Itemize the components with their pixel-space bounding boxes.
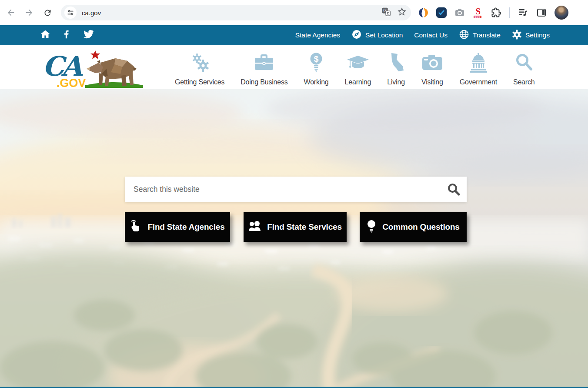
dollar-bulb-icon: $ — [308, 52, 324, 75]
briefcase-icon — [253, 52, 275, 75]
site-settings-icon[interactable] — [64, 7, 77, 19]
california-state-icon — [388, 52, 404, 75]
svg-text:$: $ — [314, 54, 319, 64]
nav-item-living[interactable]: Living — [387, 52, 405, 86]
utility-bar: State Agencies Set Location Contact Us T… — [0, 25, 588, 45]
reading-list-icon[interactable] — [517, 7, 528, 18]
similarweb-extension-icon[interactable] — [418, 7, 429, 18]
globe-icon — [459, 29, 469, 41]
task-check-extension-icon[interactable] — [436, 7, 447, 18]
main-navigation: CA .GOV — [0, 45, 588, 89]
url-text[interactable]: ca.gov — [82, 9, 101, 17]
nav-item-doing-business[interactable]: Doing Business — [241, 52, 287, 86]
hand-pointer-icon — [130, 220, 141, 235]
toolbar-divider — [509, 7, 510, 18]
reload-icon[interactable] — [40, 5, 55, 20]
gears-icon — [188, 52, 211, 75]
extensions-row: S SEO — [418, 0, 568, 25]
nav-item-learning[interactable]: Learning — [345, 52, 371, 86]
bear-emblem — [85, 50, 143, 88]
site-search-input[interactable] — [125, 185, 441, 194]
contact-us-link[interactable]: Contact Us — [414, 31, 448, 39]
capitol-icon — [468, 52, 488, 75]
hero-banner: Find State Agencies Find State Services … — [0, 89, 588, 388]
common-questions-button[interactable]: Common Questions — [360, 212, 467, 242]
bookmark-star-icon[interactable] — [397, 7, 407, 18]
camera-icon — [421, 52, 444, 75]
people-icon — [248, 221, 261, 234]
utility-links: State Agencies Set Location Contact Us T… — [295, 29, 550, 41]
nav-items: Getting Services Doing Business $ Workin… — [175, 50, 535, 86]
hero-quick-links: Find State Agencies Find State Services … — [125, 212, 467, 242]
find-state-services-button[interactable]: Find State Services — [244, 212, 347, 242]
nav-item-getting-services[interactable]: Getting Services — [175, 52, 224, 86]
page: ca.gov G — [0, 0, 588, 388]
lightbulb-icon — [367, 220, 376, 235]
settings-link[interactable]: Settings — [512, 30, 550, 41]
find-state-agencies-button[interactable]: Find State Agencies — [125, 212, 230, 242]
back-icon[interactable] — [3, 5, 18, 20]
state-agencies-link[interactable]: State Agencies — [295, 31, 340, 39]
address-bar[interactable]: ca.gov G — [61, 5, 411, 20]
nav-item-search[interactable]: Search — [513, 52, 535, 86]
facebook-icon[interactable] — [62, 30, 71, 41]
translate-link[interactable]: Translate — [459, 29, 501, 41]
translate-page-icon[interactable]: G — [381, 7, 391, 18]
search-magnifier-icon — [447, 183, 460, 196]
side-panel-icon[interactable] — [536, 7, 547, 18]
twitter-icon[interactable] — [83, 29, 94, 42]
seo-extension-icon[interactable]: S SEO — [473, 7, 483, 18]
home-icon[interactable] — [40, 29, 50, 41]
graduation-cap-icon — [346, 52, 370, 75]
browser-toolbar: ca.gov G — [0, 0, 588, 25]
logo-gov: .GOV — [57, 77, 86, 89]
search-icon — [514, 52, 534, 75]
social-links — [40, 29, 94, 42]
nav-item-working[interactable]: $ Working — [304, 52, 329, 86]
cagov-logo[interactable]: CA .GOV — [43, 49, 145, 89]
gear-icon — [512, 30, 522, 41]
set-location-link[interactable]: Set Location — [351, 29, 403, 41]
camera-extension-icon[interactable] — [454, 7, 465, 18]
profile-avatar[interactable] — [555, 6, 568, 20]
search-submit-button[interactable] — [441, 177, 467, 202]
extensions-puzzle-icon[interactable] — [491, 7, 502, 18]
nav-item-government[interactable]: Government — [460, 52, 497, 86]
site-search-box — [125, 177, 467, 202]
location-compass-icon — [351, 29, 362, 41]
nav-item-visiting[interactable]: Visiting — [421, 52, 444, 86]
forward-icon[interactable] — [22, 5, 37, 20]
